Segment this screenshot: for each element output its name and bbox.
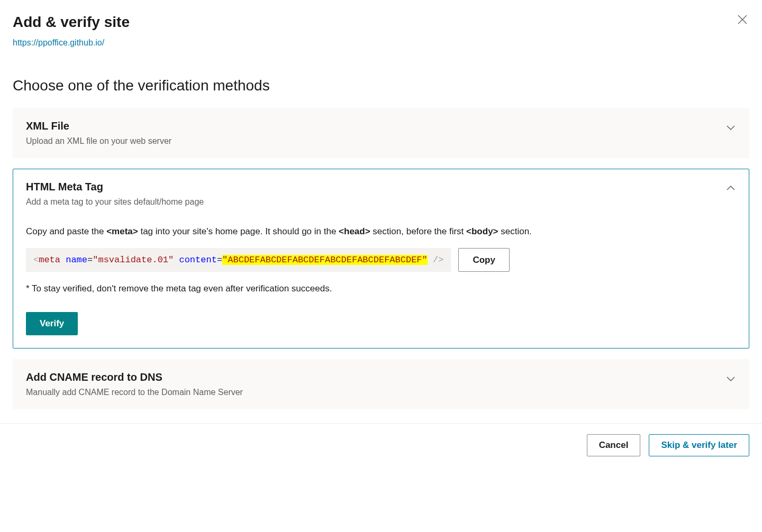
method-desc: Manually add CNAME record to the Domain … — [26, 388, 243, 397]
method-title: Add CNAME record to DNS — [26, 371, 243, 383]
chevron-up-icon — [725, 183, 736, 196]
cancel-button[interactable]: Cancel — [587, 434, 641, 456]
skip-verify-later-button[interactable]: Skip & verify later — [649, 434, 749, 456]
method-desc: Upload an XML file on your web server — [26, 136, 171, 146]
method-title: XML File — [26, 120, 171, 132]
dialog-footer: Cancel Skip & verify later — [0, 423, 762, 469]
verify-button[interactable]: Verify — [26, 312, 78, 335]
copy-button[interactable]: Copy — [458, 248, 510, 272]
method-desc: Add a meta tag to your sites default/hom… — [26, 197, 204, 207]
method-xml-file-header[interactable]: XML File Upload an XML file on your web … — [26, 120, 736, 146]
meta-note: * To stay verified, don't remove the met… — [26, 283, 736, 294]
method-html-meta-tag-header[interactable]: HTML Meta Tag Add a meta tag to your sit… — [26, 181, 736, 207]
method-cname-dns: Add CNAME record to DNS Manually add CNA… — [13, 359, 749, 409]
meta-instruction: Copy and paste the <meta> tag into your … — [26, 225, 736, 239]
meta-tag-code[interactable]: <meta name="msvalidate.01" content="ABCD… — [26, 248, 451, 272]
page-title: Add & verify site — [13, 13, 130, 32]
method-xml-file: XML File Upload an XML file on your web … — [13, 108, 749, 158]
close-button[interactable] — [736, 13, 749, 26]
section-title: Choose one of the verification methods — [13, 77, 749, 94]
chevron-down-icon — [725, 122, 736, 135]
close-icon — [738, 15, 747, 24]
method-cname-dns-header[interactable]: Add CNAME record to DNS Manually add CNA… — [26, 371, 736, 397]
method-html-meta-tag: HTML Meta Tag Add a meta tag to your sit… — [13, 169, 749, 348]
method-title: HTML Meta Tag — [26, 181, 204, 193]
chevron-down-icon — [725, 373, 736, 386]
site-url-link[interactable]: https://ppoffice.github.io/ — [13, 38, 104, 48]
